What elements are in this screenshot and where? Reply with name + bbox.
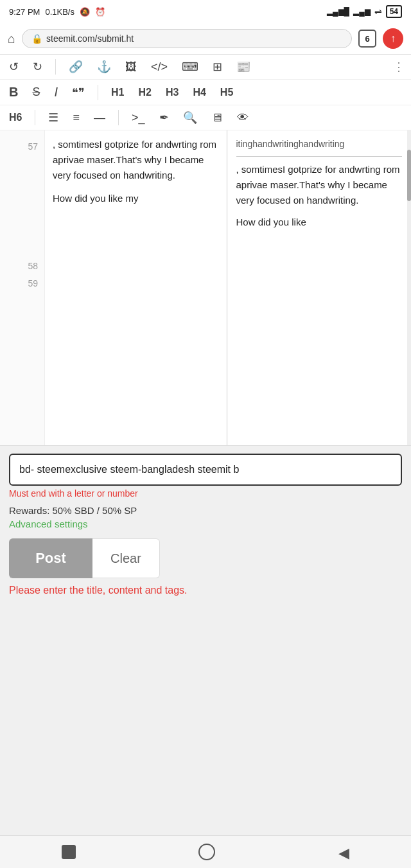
scrollbar-thumb[interactable] bbox=[407, 150, 411, 201]
ordered-list-button[interactable]: ≡ bbox=[70, 110, 82, 126]
clear-button[interactable]: Clear bbox=[92, 538, 160, 578]
preview-content: , somtimesI gotprize for andwrting rom a… bbox=[236, 162, 403, 208]
time: 9:27 PM bbox=[9, 7, 40, 17]
line-num-57: 57 bbox=[28, 137, 44, 154]
table-button[interactable]: ⊞ bbox=[210, 58, 225, 75]
main-content: bd- steemexclusive steem-bangladesh stee… bbox=[0, 446, 411, 835]
editor-right-pane: itinghandwritinghandwriting , somtimesI … bbox=[227, 130, 412, 445]
home-nav-button[interactable] bbox=[198, 844, 215, 863]
newspaper-button[interactable]: 📰 bbox=[234, 58, 253, 75]
clock-icon: ⏰ bbox=[95, 7, 105, 17]
h3-button[interactable]: H3 bbox=[163, 85, 181, 100]
line-num-59: 59 bbox=[28, 274, 44, 290]
home-button[interactable]: ⌂ bbox=[8, 31, 15, 46]
toolbar-row-1: ↺ ↻ 🔗 ⚓ 🖼 </> ⌨ ⊞ 📰 ⋮ bbox=[0, 55, 411, 80]
search-button[interactable]: 🔍 bbox=[180, 109, 200, 126]
h6-button[interactable]: H6 bbox=[6, 111, 24, 125]
signal-icon-2: ▂▄▆ bbox=[353, 7, 371, 16]
quote-button[interactable]: ❝❞ bbox=[69, 84, 87, 101]
image-button[interactable]: 🖼 bbox=[123, 59, 139, 75]
battery-indicator: 54 bbox=[386, 5, 402, 18]
post-button[interactable]: Post bbox=[9, 538, 92, 578]
desktop-button[interactable]: 🖥 bbox=[209, 110, 225, 126]
toolbar-row-3: H6 ☰ ≡ — >_ ✒ 🔍 🖥 👁 bbox=[0, 105, 411, 130]
back-button[interactable]: ◀ bbox=[338, 845, 349, 862]
redo-button[interactable]: ↻ bbox=[30, 58, 45, 75]
inline-code-button[interactable]: </> bbox=[148, 59, 170, 75]
status-bar: 9:27 PM 0.1KB/s 🔕 ⏰ ▂▄▆█ ▂▄▆ ⇌ 54 bbox=[0, 0, 411, 23]
lock-icon: 🔒 bbox=[31, 33, 42, 44]
bold-button[interactable]: B bbox=[6, 84, 21, 101]
stop-button[interactable] bbox=[62, 845, 76, 862]
anchor-button[interactable]: ⚓ bbox=[94, 58, 114, 75]
code-block-button[interactable]: ⌨ bbox=[179, 58, 201, 75]
preview-more: How did you like bbox=[236, 215, 403, 230]
validation-error: Please enter the title, content and tags… bbox=[9, 585, 402, 596]
advanced-settings-link[interactable]: Advanced settings bbox=[9, 518, 402, 529]
line-num-58: 58 bbox=[28, 256, 44, 273]
browser-bar: ⌂ 🔒 steemit.com/submit.ht 6 ↑ bbox=[0, 23, 411, 55]
tags-input[interactable]: bd- steemexclusive steem-bangladesh stee… bbox=[19, 464, 392, 475]
h4-button[interactable]: H4 bbox=[190, 85, 208, 100]
line-numbers: 57 58 59 bbox=[0, 130, 45, 445]
url-text[interactable]: steemit.com/submit.ht bbox=[46, 33, 134, 44]
link-button[interactable]: 🔗 bbox=[66, 58, 85, 75]
url-bar[interactable]: 🔒 steemit.com/submit.ht bbox=[22, 29, 352, 48]
unordered-list-button[interactable]: ☰ bbox=[46, 109, 61, 126]
editor-container: ↺ ↻ 🔗 ⚓ 🖼 </> ⌨ ⊞ 📰 ⋮ B S I ❝❞ H1 H2 H3 … bbox=[0, 55, 411, 446]
tab-count[interactable]: 6 bbox=[358, 30, 376, 48]
h1-button[interactable]: H1 bbox=[109, 85, 127, 100]
strikethrough-button[interactable]: S bbox=[30, 84, 42, 100]
editor-left-pane[interactable]: , somtimesI gotprize for andwrting rom a… bbox=[45, 130, 227, 445]
editor-left-content: , somtimesI gotprize for andwrting rom a… bbox=[53, 137, 219, 183]
rewards-row: Rewards: 50% SBD / 50% SP bbox=[9, 505, 402, 516]
toolbar-divider-4 bbox=[118, 110, 119, 125]
page-wrapper: 9:27 PM 0.1KB/s 🔕 ⏰ ▂▄▆█ ▂▄▆ ⇌ 54 ⌂ 🔒 st… bbox=[0, 0, 411, 868]
horizontal-rule-button[interactable]: — bbox=[91, 110, 108, 126]
italic-button[interactable]: I bbox=[51, 84, 60, 101]
tags-input-area[interactable]: bd- steemexclusive steem-bangladesh stee… bbox=[9, 454, 402, 486]
toolbar-divider-1 bbox=[55, 59, 56, 75]
tags-error: Must end with a letter or number bbox=[9, 488, 402, 499]
editor-left-line59: How did you like my bbox=[53, 191, 219, 206]
handle-icon: ⋮ bbox=[393, 60, 405, 74]
preview-top-text: itinghandwritinghandwriting bbox=[236, 137, 403, 151]
eye-button[interactable]: 👁 bbox=[234, 110, 251, 126]
network-speed: 0.1KB/s bbox=[45, 7, 74, 17]
status-right: ▂▄▆█ ▂▄▆ ⇌ 54 bbox=[327, 5, 402, 18]
upload-button[interactable]: ↑ bbox=[383, 28, 403, 49]
toolbar-divider-2 bbox=[98, 85, 98, 100]
signal-icon: ▂▄▆█ bbox=[327, 7, 349, 16]
preview-divider bbox=[236, 156, 403, 157]
toolbar-divider-3 bbox=[35, 110, 35, 125]
wifi-icon: ⇌ bbox=[374, 6, 382, 17]
toolbar-row-2: B S I ❝❞ H1 H2 H3 H4 H5 bbox=[0, 80, 411, 105]
undo-button[interactable]: ↺ bbox=[6, 58, 21, 75]
alarm-icon: 🔕 bbox=[80, 7, 90, 17]
h5-button[interactable]: H5 bbox=[218, 85, 236, 100]
pen-button[interactable]: ✒ bbox=[157, 109, 171, 126]
editor-scrollbar[interactable] bbox=[407, 130, 411, 445]
line-num-space bbox=[38, 154, 44, 256]
editor-content: 57 58 59 , somtimesI gotprize for andwrt… bbox=[0, 130, 411, 445]
buttons-row: Post Clear bbox=[9, 538, 402, 578]
nav-bar: ◀ bbox=[0, 835, 411, 868]
terminal-button[interactable]: >_ bbox=[129, 110, 148, 126]
h2-button[interactable]: H2 bbox=[136, 85, 153, 100]
status-left: 9:27 PM 0.1KB/s 🔕 ⏰ bbox=[9, 7, 105, 17]
rewards-text: Rewards: 50% SBD / 50% SP bbox=[9, 505, 137, 516]
